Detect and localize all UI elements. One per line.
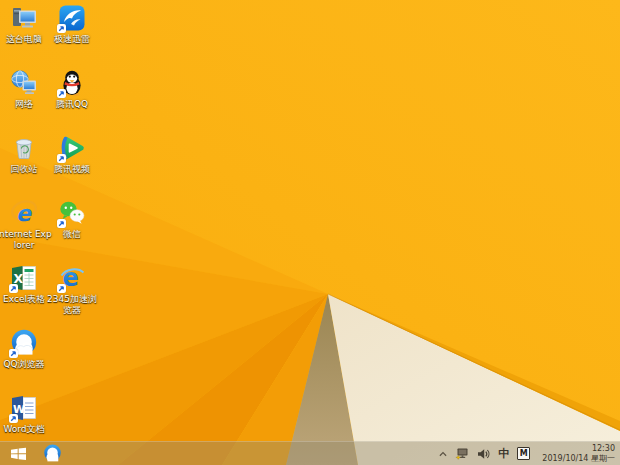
taskbar-clock[interactable]: 12:30 2019/10/14 星期一 xyxy=(538,444,615,464)
desktop-icon-label: QQ浏览器 xyxy=(0,359,52,370)
system-tray: 中 M 12:30 2019/10/14 星期一 xyxy=(439,444,620,464)
network-warning-icon[interactable] xyxy=(455,447,469,460)
volume-icon[interactable] xyxy=(477,448,490,460)
shortcut-arrow-icon xyxy=(9,349,18,358)
desktop-icon-internet-explorer[interactable]: e Internet Explorer xyxy=(0,199,48,251)
desktop-icon-label: 微信 xyxy=(44,229,100,240)
svg-text:e: e xyxy=(16,201,33,226)
desktop-icon-2345-browser[interactable]: e 2345加速浏览器 xyxy=(48,264,96,316)
ime-mode-indicator[interactable]: 中 xyxy=(498,448,509,459)
shortcut-arrow-icon xyxy=(57,219,66,228)
desktop-icon-wechat[interactable]: 微信 xyxy=(48,199,96,240)
desktop-icon-recycle-bin[interactable]: 回收站 xyxy=(0,134,48,175)
desktop-icon-tencent-video[interactable]: 腾讯视频 xyxy=(48,134,96,175)
desktop-icon-this-pc[interactable]: 这台电脑 xyxy=(0,4,48,45)
clock-time: 12:30 xyxy=(542,444,615,454)
desktop-icon-thunder[interactable]: 极速迅雷 xyxy=(48,4,96,45)
qq-penguin-icon xyxy=(58,69,86,97)
word-icon: W xyxy=(10,394,38,422)
start-button[interactable] xyxy=(0,442,36,465)
desktop-icon-tencent-qq[interactable]: 腾讯QQ xyxy=(48,69,96,110)
wechat-icon xyxy=(58,199,86,227)
clock-date: 2019/10/14 星期一 xyxy=(542,454,615,464)
desktop-icon-label: 腾讯QQ xyxy=(44,99,100,110)
shortcut-arrow-icon xyxy=(57,284,66,293)
qq-browser-icon xyxy=(43,444,62,463)
show-hidden-icons-chevron[interactable] xyxy=(439,451,447,457)
desktop-icon-label: 2345加速浏览器 xyxy=(44,294,100,316)
taskbar-pinned-qq-browser[interactable] xyxy=(36,442,68,465)
desktop-icon-qq-browser[interactable]: QQ浏览器 xyxy=(0,329,48,370)
excel-icon: X xyxy=(10,264,38,292)
desktop-icon-word[interactable]: W Word文档 xyxy=(0,394,48,435)
network-icon xyxy=(10,69,38,97)
ime-badge[interactable]: M xyxy=(517,447,530,460)
windows-logo-icon xyxy=(10,446,27,461)
shortcut-arrow-icon xyxy=(57,154,66,163)
internet-explorer-icon: e xyxy=(10,199,38,227)
shortcut-arrow-icon xyxy=(57,89,66,98)
desktop-icon-network[interactable]: 网络 xyxy=(0,69,48,110)
thunder-icon xyxy=(58,4,86,32)
desktop-icon-label: Word文档 xyxy=(0,424,52,435)
desktop-icon-excel[interactable]: X Excel表格 xyxy=(0,264,48,305)
shortcut-arrow-icon xyxy=(9,284,18,293)
qq-browser-icon xyxy=(10,329,38,357)
tencent-video-icon xyxy=(58,134,86,162)
shortcut-arrow-icon xyxy=(57,24,66,33)
taskbar: 中 M 12:30 2019/10/14 星期一 xyxy=(0,441,620,465)
2345-browser-icon: e xyxy=(58,264,86,292)
desktop-icon-label: 极速迅雷 xyxy=(44,34,100,45)
recycle-bin-icon xyxy=(10,134,38,162)
desktop-icon-label: 腾讯视频 xyxy=(44,164,100,175)
shortcut-arrow-icon xyxy=(9,414,18,423)
this-pc-icon xyxy=(10,4,38,32)
